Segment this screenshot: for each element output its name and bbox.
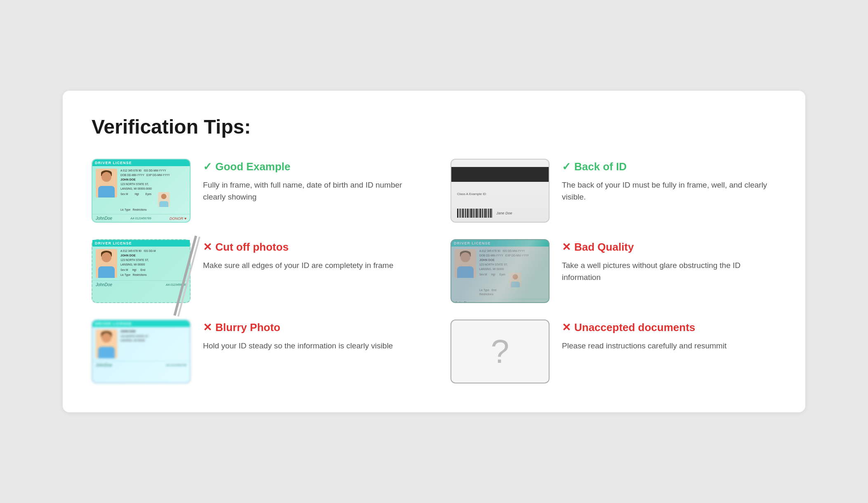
id-header: DRIVER LICENSE [92, 160, 190, 166]
tip-back-of-id: Class A Example ID [451, 159, 776, 223]
check-icon-good: ✓ [203, 160, 212, 173]
tip-desc-blurry: Hold your ID steady so the information i… [203, 340, 417, 352]
id-image-cutoff: DRIVER LICENSE A 012 345 678 90 ISS DD-M… [92, 239, 191, 303]
tip-text-badquality: ✕ Bad Quality Take a well pictures witho… [562, 239, 776, 284]
tip-cutoff: DRIVER LICENSE A 012 345 678 90 ISS DD-M… [92, 239, 417, 303]
tip-desc-back: The back of your ID must be fully in fra… [562, 179, 776, 203]
tip-text-cutoff: ✕ Cut off photos Make sure all edges of … [203, 239, 417, 271]
id-body: A 012 345 678 90 ISS DD-MM-YYYY DOB DD-M… [92, 166, 190, 214]
id-image-good: DRIVER LICENSE A 012 345 678 90 ISS DD-M… [92, 159, 191, 223]
tip-label-back: ✓ Back of ID [562, 160, 776, 173]
x-icon-unaccepted: ✕ [562, 321, 571, 334]
id-image-blurry: DRIVER LICENSE JOHN DOE 123 NORTH STATE … [92, 320, 191, 383]
tip-unaccepted: ? ✕ Unaccepted documents Please read ins… [451, 320, 776, 383]
tip-text-back: ✓ Back of ID The back of your ID must be… [562, 159, 776, 203]
barcode [457, 209, 492, 218]
tip-label-good: ✓ Good Example [203, 160, 417, 173]
question-mark-icon: ? [491, 333, 509, 371]
id-image-unaccepted: ? [451, 320, 550, 383]
page-title: Verification Tips: [92, 115, 776, 138]
id-info: A 012 345 678 90 ISS DD-MM-YYYY DOB DD-M… [120, 169, 186, 212]
head [101, 172, 111, 182]
tip-badquality: DRIVER LICENSE A 012 345 678 90 ISS DD-M… [451, 239, 776, 303]
x-icon-cutoff: ✕ [203, 241, 212, 254]
x-icon-badquality: ✕ [562, 241, 571, 254]
tip-text-unaccepted: ✕ Unaccepted documents Please read instr… [562, 320, 776, 352]
tip-desc-good: Fully in frame, with full name, date of … [203, 179, 417, 203]
tip-good-example: DRIVER LICENSE A 012 345 678 90 ISS DD-M… [92, 159, 417, 223]
barcode-area: Jane Doe [451, 206, 549, 222]
tip-text-good: ✓ Good Example Fully in frame, with full… [203, 159, 417, 203]
tip-label-badquality: ✕ Bad Quality [562, 241, 776, 254]
id-photo [96, 169, 117, 197]
tip-desc-badquality: Take a well pictures without glare obstr… [562, 259, 776, 284]
x-icon-blurry: ✕ [203, 321, 212, 334]
tip-label-unaccepted: ✕ Unaccepted documents [562, 321, 776, 334]
tip-label-blurry: ✕ Blurry Photo [203, 321, 417, 334]
tip-desc-unaccepted: Please read instructions carefully and r… [562, 340, 776, 352]
back-info: Class A Example ID [451, 189, 549, 199]
tip-text-blurry: ✕ Blurry Photo Hold your ID steady so th… [203, 320, 417, 352]
id-bottom: JohnDoe AA 0123456789 DONOR ♥ [92, 214, 190, 222]
tip-blurry: DRIVER LICENSE JOHN DOE 123 NORTH STATE … [92, 320, 417, 383]
body [98, 186, 115, 197]
check-icon-back: ✓ [562, 160, 571, 173]
magnetic-stripe [451, 167, 549, 182]
id-small-photo [158, 192, 170, 207]
tip-label-cutoff: ✕ Cut off photos [203, 241, 417, 254]
tip-desc-cutoff: Make sure all edges of your ID are compl… [203, 259, 417, 271]
id-image-badquality: DRIVER LICENSE A 012 345 678 90 ISS DD-M… [451, 239, 550, 303]
tips-grid: DRIVER LICENSE A 012 345 678 90 ISS DD-M… [92, 159, 776, 383]
id-image-back: Class A Example ID [451, 159, 550, 223]
main-card: Verification Tips: DRIVER LICENSE A 012 … [63, 91, 805, 412]
